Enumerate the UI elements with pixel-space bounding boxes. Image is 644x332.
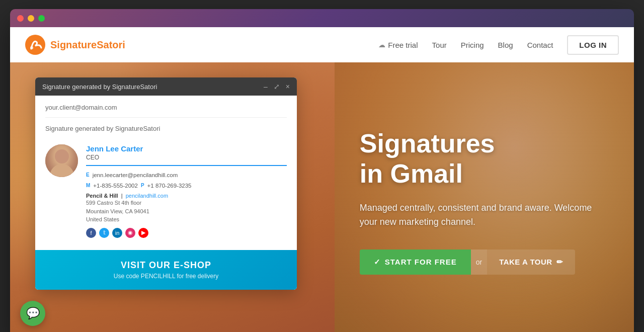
- email-banner: VISIT OUR E-SHOP Use code PENCILHILL for…: [35, 250, 297, 290]
- sig-role: CEO: [86, 154, 287, 166]
- svg-point-1: [30, 46, 33, 49]
- nav-tour[interactable]: Tour: [432, 41, 447, 49]
- minimize-button[interactable]: [28, 15, 34, 22]
- pencil-icon: ✏: [556, 258, 564, 267]
- sig-mobile-row: M +1-835-555-2002 P +1 870-269-3235: [86, 181, 287, 191]
- popup-minimize[interactable]: –: [264, 82, 268, 91]
- avatar-image: [45, 144, 78, 177]
- logo[interactable]: SignatureSatori: [25, 35, 125, 55]
- twitter-icon[interactable]: 𝕥: [99, 228, 109, 238]
- sig-email-row: E jenn.leecarter@pencilandhill.com: [86, 170, 287, 181]
- sig-name: Jenn Lee Carter: [86, 144, 287, 153]
- youtube-icon[interactable]: ▶: [138, 228, 148, 238]
- hero-right-panel: Signatures in Gmail Managed centrally, c…: [335, 62, 634, 332]
- hero-left-panel: Signature generated by SignatureSatori –…: [10, 62, 335, 332]
- instagram-icon[interactable]: ◉: [125, 228, 135, 238]
- sig-phone: +1 870-269-3235: [147, 181, 192, 191]
- nav-pricing[interactable]: Pricing: [461, 41, 484, 49]
- start-for-free-button[interactable]: ✓ START FOR FREE: [360, 250, 471, 275]
- email-label: E: [86, 171, 90, 180]
- popup-maximize[interactable]: ⤢: [274, 82, 280, 91]
- linkedin-icon[interactable]: in: [112, 228, 122, 238]
- nav-links: ☁ Free trial Tour Pricing Blog Contact L…: [378, 35, 619, 55]
- cta-or: or: [471, 250, 487, 275]
- signature-info: Jenn Lee Carter CEO E jenn.leecarter@pen…: [86, 144, 287, 238]
- email-to: your.client@domain.com: [45, 104, 287, 118]
- hero-section: Signature generated by SignatureSatori –…: [10, 62, 634, 332]
- popup-close[interactable]: ×: [286, 82, 290, 91]
- navbar: SignatureSatori ☁ Free trial Tour Pricin…: [10, 27, 634, 62]
- sig-email: jenn.leecarter@pencilandhill.com: [93, 170, 178, 181]
- take-a-tour-button[interactable]: TAKE A TOUR ✏: [487, 250, 575, 275]
- email-sig-label: Signature generated by SignatureSatori: [45, 125, 287, 132]
- sig-company: Pencil & Hill | pencilandhill.com: [86, 193, 287, 199]
- banner-subtitle: Use code PENCILHILL for free delivery: [47, 273, 285, 280]
- nav-free-trial[interactable]: ☁ Free trial: [378, 41, 418, 49]
- logo-icon: [25, 35, 45, 55]
- hero-heading: Signatures in Gmail: [360, 129, 609, 189]
- login-button[interactable]: LOG IN: [567, 35, 619, 55]
- close-button[interactable]: [17, 15, 24, 22]
- avatar: [45, 144, 78, 177]
- sig-website[interactable]: pencilandhill.com: [126, 193, 168, 199]
- titlebar: [10, 9, 634, 27]
- nav-blog[interactable]: Blog: [498, 41, 513, 49]
- sig-social: f 𝕥 in ◉ ▶: [86, 228, 287, 238]
- email-popup: Signature generated by SignatureSatori –…: [35, 77, 297, 290]
- popup-title: Signature generated by SignatureSatori: [42, 83, 157, 91]
- cloud-icon: ☁: [378, 41, 385, 49]
- maximize-button[interactable]: [38, 15, 45, 22]
- hero-subtext: Managed centrally, consistent and brand …: [360, 201, 601, 229]
- mobile-label: M: [86, 181, 90, 190]
- hero-content: Signatures in Gmail Managed centrally, c…: [335, 62, 634, 332]
- popup-controls: – ⤢ ×: [264, 82, 290, 91]
- logo-text: SignatureSatori: [50, 39, 125, 51]
- sig-mobile: +1-835-555-2002: [93, 181, 138, 191]
- nav-contact[interactable]: Contact: [527, 41, 553, 49]
- sig-details: E jenn.leecarter@pencilandhill.com M +1-…: [86, 170, 287, 191]
- checkmark-icon: ✓: [374, 258, 381, 267]
- banner-title: VISIT OUR E-SHOP: [47, 260, 285, 271]
- signature-card: Jenn Lee Carter CEO E jenn.leecarter@pen…: [45, 140, 287, 242]
- popup-body: your.client@domain.com Signature generat…: [35, 96, 297, 290]
- popup-titlebar: Signature generated by SignatureSatori –…: [35, 77, 297, 96]
- chat-icon: 💬: [26, 307, 40, 320]
- browser-window: SignatureSatori ☁ Free trial Tour Pricin…: [10, 9, 634, 332]
- phone-label: P: [141, 181, 144, 190]
- hero-cta: ✓ START FOR FREE or TAKE A TOUR ✏: [360, 250, 609, 275]
- sig-address: 599 Castro St 4th floor Mountain View, C…: [86, 199, 287, 224]
- facebook-icon[interactable]: f: [86, 228, 96, 238]
- chat-bubble[interactable]: 💬: [20, 301, 45, 326]
